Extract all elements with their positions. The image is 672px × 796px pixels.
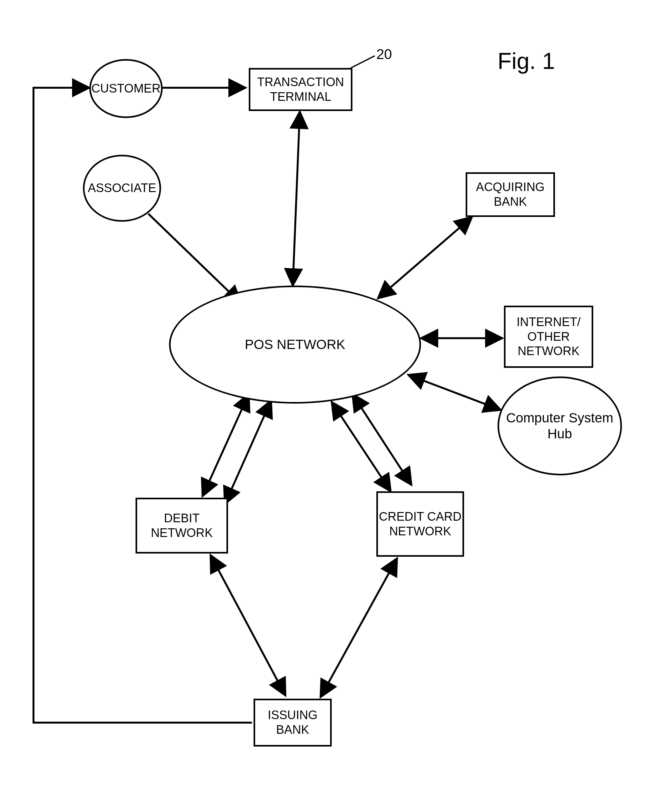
- svg-line-6: [203, 394, 249, 496]
- node-associate: ASSOCIATE: [83, 155, 161, 222]
- figure-title: Fig. 1: [498, 48, 555, 74]
- computer-system-hub-label: Computer System Hub: [499, 410, 620, 442]
- svg-line-3: [378, 217, 472, 298]
- transaction-terminal-label: TRANSACTION TERMINAL: [250, 75, 351, 104]
- node-internet-network: INTERNET/ OTHER NETWORK: [504, 306, 593, 368]
- associate-label: ASSOCIATE: [88, 181, 156, 195]
- node-debit-network: DEBIT NETWORK: [136, 498, 228, 554]
- node-computer-system-hub: Computer System Hub: [498, 376, 622, 476]
- credit-card-network-label: CREDIT CARD NETWORK: [378, 509, 462, 538]
- figure-title-text: Fig. 1: [498, 48, 555, 74]
- reference-number-text: 20: [376, 46, 392, 62]
- customer-label: CUSTOMER: [91, 82, 161, 96]
- node-acquiring-bank: ACQUIRING BANK: [466, 172, 555, 217]
- node-issuing-bank: ISSUING BANK: [254, 699, 332, 746]
- node-pos-network: POS NETWORK: [169, 285, 421, 404]
- svg-line-8: [332, 402, 391, 491]
- debit-network-label: DEBIT NETWORK: [137, 511, 226, 540]
- internet-network-label: INTERNET/ OTHER NETWORK: [506, 315, 592, 359]
- svg-line-7: [225, 400, 271, 504]
- node-customer: CUSTOMER: [89, 59, 163, 118]
- svg-line-12: [351, 56, 375, 68]
- pos-network-label: POS NETWORK: [245, 336, 345, 354]
- svg-line-5: [408, 375, 501, 410]
- svg-line-11: [320, 558, 397, 697]
- svg-line-10: [211, 555, 285, 695]
- svg-line-9: [352, 394, 411, 485]
- issuing-bank-label: ISSUING BANK: [255, 708, 330, 737]
- svg-line-2: [148, 214, 241, 303]
- acquiring-bank-label: ACQUIRING BANK: [467, 180, 554, 209]
- svg-line-1: [293, 112, 300, 285]
- node-transaction-terminal: TRANSACTION TERMINAL: [249, 68, 352, 111]
- node-credit-card-network: CREDIT CARD NETWORK: [376, 491, 464, 557]
- reference-number: 20: [376, 46, 392, 62]
